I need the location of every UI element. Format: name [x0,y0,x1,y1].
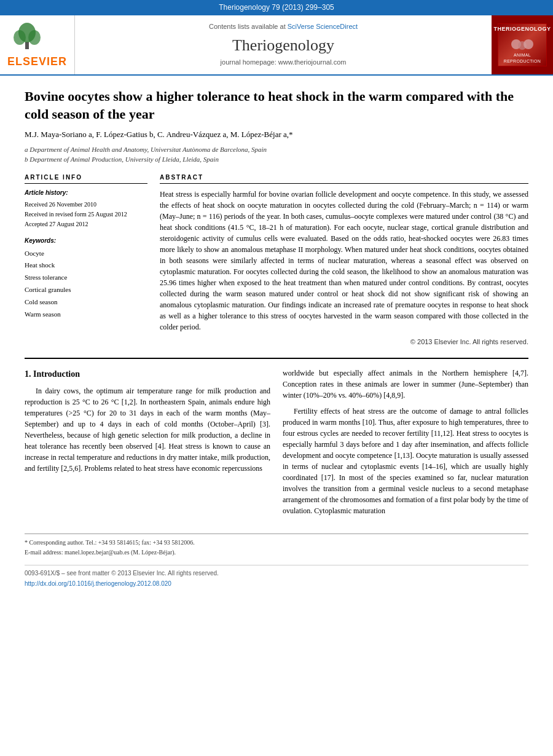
copyright-line: © 2013 Elsevier Inc. All rights reserved… [160,337,528,347]
journal-homepage: journal homepage: www.theriojournal.com [221,58,347,67]
elsevier-tree-logo: ELSEVIER [7,20,67,69]
keyword-heat-shock: Heat shock [25,259,147,272]
svg-rect-0 [25,42,29,49]
doi-line: http://dx.doi.org/10.1016/j.theriogenolo… [25,578,528,589]
keyword-stress-tolerance: Stress tolerance [25,272,147,284]
intro-section-title: 1. Introduction [25,368,270,380]
article-container: Bovine oocytes show a higher tolerance t… [0,76,553,601]
intro-para1: In dairy cows, the optimum air temperatu… [25,385,270,474]
article-info-header: ARTICLE INFO [25,173,147,184]
issn-line: 0093-691X/$ – see front matter © 2013 El… [25,568,528,578]
section-divider [25,358,528,359]
footer-bar: 0093-691X/$ – see front matter © 2013 El… [25,565,528,589]
body-content: 1. Introduction In dairy cows, the optim… [25,368,528,521]
revised-date: Received in revised form 25 August 2012 [25,210,147,219]
email-note: E-mail address: manel.lopez.bejar@uab.es… [25,548,528,557]
sciverse-link-area: Contents lists available at SciVerse Sci… [209,22,358,31]
journal-cover-area: THERIOGENOLOGY ANIMAL REPRODUCTION [492,15,553,74]
top-bar: Theriogenology 79 (2013) 299–305 [0,0,553,15]
authors-line: M.J. Maya-Soriano a, F. López-Gatius b, … [25,129,528,140]
keywords-label: Keywords: [25,237,147,245]
accepted-date: Accepted 27 August 2012 [25,219,147,229]
body-right-col: worldwide but especially affect animals … [283,368,528,521]
article-info-col: ARTICLE INFO Article history: Received 2… [25,173,147,347]
keyword-warm-season: Warm season [25,309,147,321]
intro-para1-cont: worldwide but especially affect animals … [283,368,528,401]
received-date: Received 26 November 2010 [25,200,147,210]
abstract-text: Heat stress is especially harmful for bo… [160,189,528,333]
affiliations: a Department of Animal Health and Anatom… [25,144,528,165]
journal-citation: Theriogenology 79 (2013) 299–305 [219,3,334,12]
journal-info-center: Contents lists available at SciVerse Sci… [75,15,492,74]
journal-title: Theriogenology [232,34,334,57]
history-label: Article history: [25,189,147,197]
sciverse-link[interactable]: SciVerse ScienceDirect [288,23,358,30]
keywords-block: Keywords: Oocyte Heat shock Stress toler… [25,237,147,321]
info-abstract-section: ARTICLE INFO Article history: Received 2… [25,173,528,347]
affiliation-a: a Department of Animal Health and Anatom… [25,144,528,155]
intro-para2: Fertility effects of heat stress are the… [283,406,528,516]
keyword-cortical-granules: Cortical granules [25,284,147,296]
svg-point-3 [28,30,41,45]
keyword-cold-season: Cold season [25,296,147,309]
elsevier-logo-area: ELSEVIER [0,15,75,74]
abstract-header: ABSTRACT [160,173,528,184]
abstract-col: ABSTRACT Heat stress is especially harmf… [160,173,528,347]
affiliation-b: b Department of Animal Production, Unive… [25,154,528,165]
article-history-block: Article history: Received 26 November 20… [25,189,147,229]
corresponding-author-note: * Corresponding author. Tel.: +34 93 581… [25,538,528,548]
elsevier-wordmark: ELSEVIER [7,54,67,69]
svg-point-2 [14,30,26,45]
journal-header: ELSEVIER Contents lists available at Sci… [0,15,553,76]
doi-link[interactable]: http://dx.doi.org/10.1016/j.theriogenolo… [25,580,171,587]
journal-cover-image: THERIOGENOLOGY ANIMAL REPRODUCTION [498,23,547,66]
footnote-area: * Corresponding author. Tel.: +34 93 581… [25,534,528,557]
article-title: Bovine oocytes show a higher tolerance t… [25,88,528,123]
svg-point-6 [524,39,533,49]
body-left-col: 1. Introduction In dairy cows, the optim… [25,368,270,521]
keyword-oocyte: Oocyte [25,248,147,260]
